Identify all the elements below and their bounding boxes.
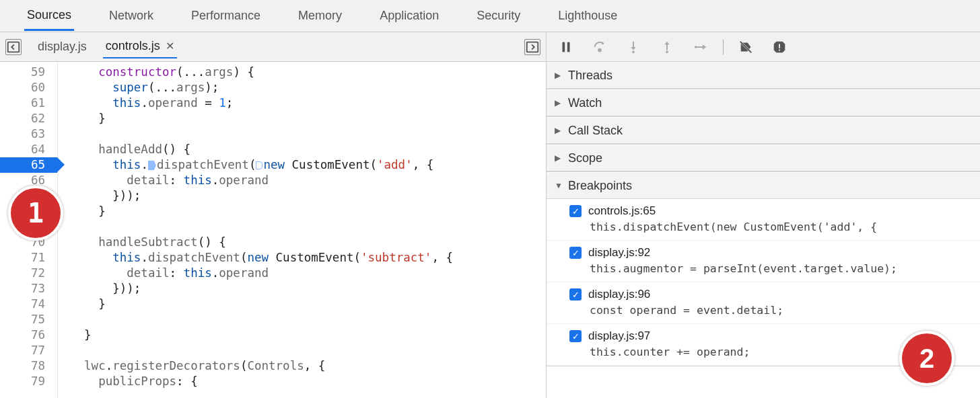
tab-performance[interactable]: Performance bbox=[188, 2, 263, 30]
line-number[interactable]: 61 bbox=[0, 95, 57, 111]
code-line[interactable]: lwc.registerDecorators(Controls, { bbox=[70, 358, 453, 374]
breakpoint-file: display.js:97 bbox=[588, 329, 650, 343]
line-number[interactable]: 71 bbox=[0, 250, 57, 266]
checkbox-icon[interactable]: ✓ bbox=[569, 330, 582, 342]
breakpoint-code: const operand = event.detail; bbox=[569, 301, 972, 317]
devtools-top-tabs: Sources Network Performance Memory Appli… bbox=[0, 0, 980, 32]
step-over-icon[interactable] bbox=[592, 40, 607, 54]
expand-triangle-icon: ▼ bbox=[555, 181, 563, 190]
debugger-right-pane: ▶ Threads ▶ Watch ▶ Call Stack ▶ Scope ▼… bbox=[547, 32, 980, 398]
line-number[interactable]: 73 bbox=[0, 281, 57, 296]
code-editor[interactable]: 5960616263646566676869707172737475767778… bbox=[0, 62, 546, 398]
section-breakpoints[interactable]: ▼ Breakpoints bbox=[547, 172, 980, 199]
tab-lighthouse[interactable]: Lighthouse bbox=[555, 2, 620, 30]
svg-point-6 bbox=[632, 50, 635, 53]
code-line[interactable]: } bbox=[70, 204, 453, 219]
section-label: Scope bbox=[568, 151, 602, 165]
checkbox-icon[interactable]: ✓ bbox=[569, 247, 582, 259]
code-line[interactable]: handleAdd() { bbox=[70, 142, 453, 157]
svg-rect-0 bbox=[8, 42, 20, 52]
svg-rect-2 bbox=[563, 42, 565, 52]
line-number[interactable]: 62 bbox=[0, 111, 57, 126]
step-icon[interactable] bbox=[693, 40, 708, 54]
line-number[interactable]: 75 bbox=[0, 312, 57, 327]
code-line[interactable]: publicProps: { bbox=[70, 374, 453, 389]
svg-rect-14 bbox=[779, 49, 780, 50]
code-line[interactable] bbox=[70, 126, 453, 142]
line-number[interactable]: 74 bbox=[0, 296, 57, 312]
svg-marker-5 bbox=[631, 47, 635, 50]
line-number[interactable]: 65 bbox=[0, 157, 57, 173]
svg-point-8 bbox=[666, 50, 668, 53]
line-number[interactable]: 60 bbox=[0, 80, 57, 95]
more-tabs-icon[interactable] bbox=[524, 39, 540, 55]
sources-left-pane: display.js controls.js ✕ 596061626364656… bbox=[0, 32, 547, 398]
checkbox-icon[interactable]: ✓ bbox=[569, 288, 582, 301]
line-number[interactable]: 63 bbox=[0, 126, 57, 142]
code-line[interactable]: this.operand = 1; bbox=[70, 95, 453, 111]
collapse-triangle-icon: ▶ bbox=[555, 71, 563, 80]
section-label: Breakpoints bbox=[568, 179, 632, 193]
file-tab-label: display.js bbox=[38, 40, 87, 54]
breakpoint-file: display.js:92 bbox=[588, 246, 650, 260]
pause-on-exceptions-icon[interactable] bbox=[772, 40, 787, 54]
code-line[interactable] bbox=[70, 219, 453, 235]
breakpoint-code: this.dispatchEvent(new CustomEvent('add'… bbox=[569, 218, 972, 233]
svg-point-4 bbox=[598, 48, 601, 51]
tab-application[interactable]: Application bbox=[377, 2, 442, 30]
debugger-toolbar bbox=[547, 32, 980, 62]
code-line[interactable]: } bbox=[70, 296, 453, 312]
breakpoint-item[interactable]: ✓display.js:92this.augmentor = parseInt(… bbox=[547, 241, 980, 282]
code-line[interactable]: this.dispatchEvent(new CustomEvent('add'… bbox=[70, 157, 453, 173]
step-out-icon[interactable] bbox=[660, 40, 674, 54]
checkbox-icon[interactable]: ✓ bbox=[569, 205, 582, 217]
line-number[interactable]: 77 bbox=[0, 343, 57, 358]
tab-security[interactable]: Security bbox=[474, 2, 523, 30]
toolbar-separator bbox=[723, 40, 724, 54]
code-line[interactable]: } bbox=[70, 327, 453, 343]
section-call-stack[interactable]: ▶ Call Stack bbox=[547, 117, 980, 144]
breakpoint-item[interactable]: ✓display.js:96const operand = event.deta… bbox=[547, 282, 980, 324]
collapse-triangle-icon: ▶ bbox=[555, 98, 563, 108]
section-threads[interactable]: ▶ Threads bbox=[547, 62, 980, 89]
code-line[interactable]: })); bbox=[70, 188, 453, 204]
line-number[interactable]: 79 bbox=[0, 374, 57, 389]
annotation-callout-2: 2 bbox=[899, 331, 954, 386]
section-watch[interactable]: ▶ Watch bbox=[547, 89, 980, 116]
code-line[interactable] bbox=[70, 312, 453, 327]
code-line[interactable]: } bbox=[70, 111, 453, 126]
breakpoint-code: this.augmentor = parseInt(event.target.v… bbox=[569, 260, 972, 275]
close-icon[interactable]: ✕ bbox=[166, 40, 174, 52]
breakpoint-file: display.js:96 bbox=[588, 288, 650, 301]
section-label: Call Stack bbox=[568, 124, 623, 138]
show-navigator-icon[interactable] bbox=[5, 39, 22, 55]
code-line[interactable]: detail: this.operand bbox=[70, 266, 453, 281]
pause-icon[interactable] bbox=[559, 40, 573, 54]
file-tab-display-js[interactable]: display.js bbox=[35, 36, 90, 58]
code-line[interactable]: this.dispatchEvent(new CustomEvent('subt… bbox=[70, 250, 453, 266]
tab-network[interactable]: Network bbox=[106, 2, 156, 30]
code-line[interactable]: })); bbox=[70, 281, 453, 296]
line-number[interactable]: 76 bbox=[0, 327, 57, 343]
file-tab-controls-js[interactable]: controls.js ✕ bbox=[103, 35, 177, 58]
svg-rect-13 bbox=[779, 44, 780, 48]
code-line[interactable]: constructor(...args) { bbox=[70, 65, 453, 80]
svg-marker-9 bbox=[703, 44, 707, 49]
deactivate-breakpoints-icon[interactable] bbox=[738, 40, 753, 54]
code-line[interactable]: super(...args); bbox=[70, 80, 453, 95]
line-number[interactable]: 64 bbox=[0, 142, 57, 157]
section-scope[interactable]: ▶ Scope bbox=[547, 145, 980, 171]
line-number[interactable]: 59 bbox=[0, 65, 57, 80]
step-into-icon[interactable] bbox=[626, 40, 641, 54]
code-content[interactable]: constructor(...args) { super(...args); t… bbox=[58, 62, 453, 398]
svg-rect-1 bbox=[527, 42, 538, 52]
line-number[interactable]: 72 bbox=[0, 266, 57, 281]
file-tab-label: controls.js bbox=[106, 39, 160, 53]
code-line[interactable]: handleSubtract() { bbox=[70, 235, 453, 250]
line-number[interactable]: 78 bbox=[0, 358, 57, 374]
code-line[interactable] bbox=[70, 343, 453, 358]
tab-memory[interactable]: Memory bbox=[295, 2, 345, 30]
breakpoint-item[interactable]: ✓controls.js:65this.dispatchEvent(new Cu… bbox=[547, 199, 980, 241]
tab-sources[interactable]: Sources bbox=[24, 1, 74, 31]
code-line[interactable]: detail: this.operand bbox=[70, 173, 453, 188]
